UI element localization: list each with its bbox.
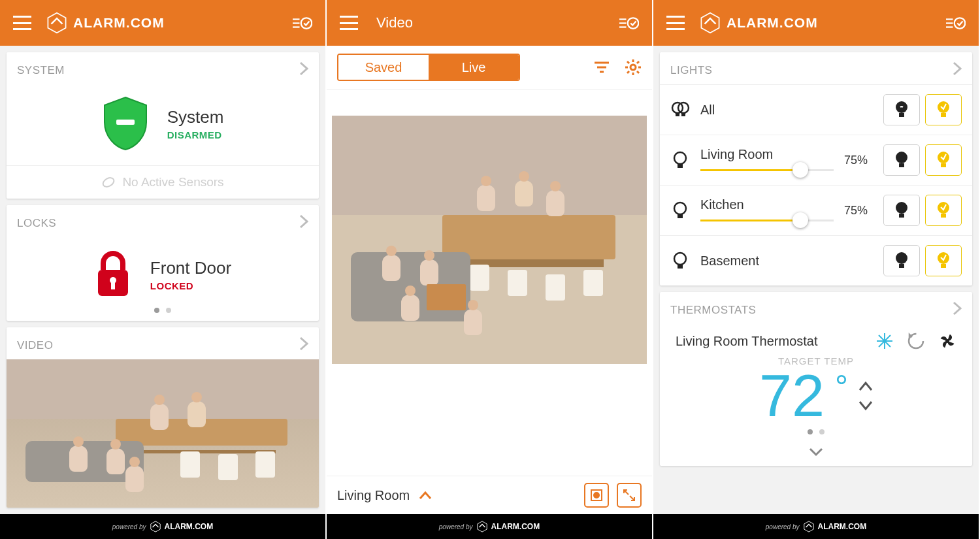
thermostats-heading-row[interactable]: THERMOSTATS	[660, 292, 972, 324]
chevron-right-icon	[299, 336, 308, 354]
svg-marker-0	[48, 13, 65, 33]
video-heading: VIDEO	[17, 339, 53, 352]
svg-point-6	[102, 176, 116, 188]
video-card[interactable]: VIDEO	[7, 327, 319, 508]
light-off-button[interactable]	[883, 195, 920, 226]
tab-live[interactable]: Live	[429, 55, 519, 80]
locks-card[interactable]: LOCKS Front Door LOCKED	[7, 205, 319, 321]
menu-icon[interactable]	[340, 16, 358, 30]
footer: powered by ALARM.COM	[653, 514, 979, 539]
svg-point-47	[896, 152, 907, 163]
system-card[interactable]: SYSTEM System DISARMED No Active Sens	[7, 52, 319, 199]
camera-name: Living Room	[337, 488, 410, 503]
brightness-slider[interactable]	[700, 166, 834, 174]
svg-line-25	[627, 71, 629, 73]
footer-logo-icon	[150, 521, 161, 532]
lock-title: Front Door	[150, 258, 231, 278]
svg-rect-44	[941, 113, 946, 117]
header: Video	[327, 0, 652, 46]
svg-rect-39	[676, 113, 679, 116]
video-toolbar: Saved Live	[327, 46, 652, 90]
bulb-icon	[670, 150, 690, 170]
svg-point-57	[674, 253, 686, 265]
svg-rect-42	[899, 113, 904, 117]
svg-rect-5	[116, 120, 135, 125]
light-name: Kitchen	[700, 197, 834, 212]
logo-hexagon-icon	[46, 12, 68, 34]
svg-marker-31	[477, 521, 486, 532]
menu-icon[interactable]	[13, 16, 31, 30]
svg-line-26	[637, 61, 639, 63]
no-active-sensors: No Active Sensors	[7, 165, 319, 199]
light-on-button[interactable]	[925, 245, 962, 276]
status-check-icon[interactable]	[293, 13, 312, 33]
light-on-button[interactable]	[925, 195, 962, 226]
system-heading: SYSTEM	[17, 64, 65, 77]
svg-point-28	[593, 492, 600, 498]
logo-hexagon-icon	[699, 12, 721, 34]
lights-heading: LIGHTS	[670, 64, 712, 77]
lights-heading-row[interactable]: LIGHTS	[660, 52, 972, 84]
chevron-right-icon	[953, 61, 962, 79]
video-mode-segment[interactable]: Saved Live	[337, 54, 520, 81]
lock-pagination[interactable]	[7, 304, 319, 321]
chevron-right-icon	[299, 61, 308, 79]
svg-point-49	[938, 152, 949, 163]
svg-rect-40	[681, 113, 685, 116]
schedule-icon[interactable]	[907, 332, 925, 350]
light-on-button[interactable]	[925, 144, 962, 176]
light-off-button[interactable]	[883, 144, 920, 176]
svg-line-30	[630, 496, 634, 500]
brand-text: ALARM.COM	[727, 15, 818, 31]
expand-more-button[interactable]	[676, 442, 956, 461]
fan-icon[interactable]	[938, 332, 956, 350]
svg-point-4	[301, 18, 312, 29]
brand-text: ALARM.COM	[73, 15, 165, 31]
svg-marker-10	[150, 521, 159, 532]
status-check-icon[interactable]	[619, 13, 639, 33]
shield-disarmed-icon	[102, 96, 149, 151]
chevron-up-icon[interactable]	[419, 488, 432, 503]
video-feed[interactable]	[332, 116, 647, 364]
temp-down-button[interactable]	[858, 400, 873, 411]
brand-logo: ALARM.COM	[46, 12, 165, 34]
system-title: System	[167, 107, 224, 127]
header: ALARM.COM	[0, 0, 325, 46]
light-off-button[interactable]	[883, 94, 920, 125]
tab-saved[interactable]: Saved	[338, 55, 429, 80]
thermostat-name: Living Room Thermostat	[676, 334, 818, 349]
svg-point-43	[938, 101, 949, 113]
chevron-right-icon	[299, 214, 308, 232]
footer-logo-icon	[803, 521, 815, 532]
video-thumbnail[interactable]	[7, 359, 319, 508]
svg-point-18	[630, 65, 636, 70]
record-button[interactable]	[584, 483, 609, 508]
svg-point-36	[955, 18, 966, 29]
light-on-button[interactable]	[925, 94, 962, 125]
svg-rect-54	[899, 214, 904, 218]
light-name: Basement	[700, 253, 873, 269]
bulb-group-icon	[670, 100, 690, 120]
fullscreen-button[interactable]	[617, 483, 642, 508]
screen-home: ALARM.COM SYSTEM	[0, 0, 327, 539]
brightness-slider[interactable]	[700, 216, 834, 224]
svg-point-55	[938, 202, 949, 214]
svg-point-14	[628, 18, 639, 29]
svg-rect-50	[941, 163, 946, 167]
svg-point-61	[938, 252, 949, 264]
light-off-button[interactable]	[883, 245, 920, 276]
light-row-living-room: Living Room 75%	[660, 135, 972, 185]
temp-up-button[interactable]	[858, 381, 873, 391]
cool-mode-icon[interactable]	[875, 332, 894, 350]
brightness-value: 75%	[844, 154, 873, 167]
thermostats-card: THERMOSTATS Living Room Thermostat TARGE…	[660, 292, 972, 466]
screen-video: Video Saved Live	[327, 0, 653, 539]
footer: powered by ALARM.COM	[327, 514, 652, 539]
gear-icon[interactable]	[625, 59, 642, 76]
filter-icon[interactable]	[593, 59, 610, 76]
menu-icon[interactable]	[666, 16, 685, 30]
svg-rect-9	[111, 282, 115, 289]
brand-logo: ALARM.COM	[699, 12, 818, 34]
status-check-icon[interactable]	[946, 13, 966, 33]
svg-rect-62	[941, 264, 946, 268]
